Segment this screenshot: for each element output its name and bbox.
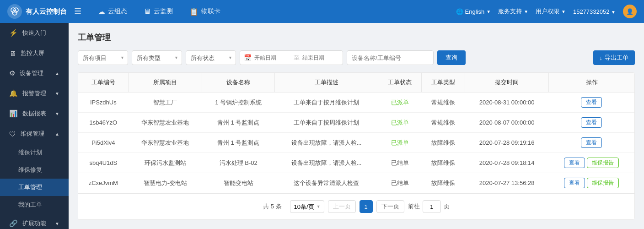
data-report-arrow: ▼: [55, 111, 59, 116]
sidebar-item-monitor-screen[interactable]: 🖥 监控大屏: [0, 43, 69, 63]
sidebar-sub-item-my-work-order[interactable]: 我的工单: [0, 196, 69, 213]
sidebar-sub-item-maintain-plan[interactable]: 维保计划: [0, 144, 69, 161]
project-select-wrap: 所有项目: [78, 50, 128, 65]
cell-status: 已派单: [378, 93, 422, 113]
sidebar-label-device-manage: 设备管理: [20, 69, 43, 77]
sidebar-item-alert-manage[interactable]: 🔔 报警管理 ▼: [0, 83, 69, 104]
svg-point-2: [12, 11, 17, 15]
view-button[interactable]: 查看: [564, 158, 585, 168]
avatar[interactable]: 👤: [623, 5, 637, 18]
sidebar-sub-item-work-order[interactable]: 工单管理: [0, 179, 69, 196]
phone-number[interactable]: 15277332052 ▼: [573, 8, 616, 15]
export-icon: ↓: [600, 55, 603, 61]
goto-prefix: 前往: [408, 202, 420, 211]
user-perm-label: 用户权限: [536, 7, 559, 16]
alert-manage-icon: 🔔: [9, 89, 18, 98]
service-label: 服务支持: [498, 7, 522, 16]
type-select[interactable]: 所有类型: [132, 50, 182, 65]
my-work-order-label: 我的工单: [18, 201, 42, 208]
th-status: 工单状态: [378, 73, 422, 93]
cell-type: 故障维保: [422, 153, 465, 173]
sidebar-item-quick-entry[interactable]: ⚡ 快速入门: [0, 23, 69, 43]
date-separator: 至: [294, 54, 300, 62]
sidebar-item-extension[interactable]: 🔗 扩展功能 ▼: [0, 213, 69, 229]
th-ops: 操作: [549, 73, 634, 93]
cell-project: 智慧电力-变电站: [129, 173, 202, 193]
nav-item-iot-card[interactable]: 📋 物联卡: [182, 5, 228, 19]
menu-toggle-button[interactable]: ☰: [74, 6, 81, 16]
sidebar-label-maintain-manage: 维保管理: [21, 130, 44, 138]
sidebar-item-data-report[interactable]: 📊 数据报表 ▼: [0, 104, 69, 124]
alert-manage-arrow: ▼: [55, 91, 59, 96]
report-button[interactable]: 维保报告: [587, 158, 619, 168]
nav-label-cloud-org: 云组态: [108, 7, 127, 16]
table-row: IPSzdhUs 智慧工厂 1 号锅炉控制系统 工单来自于按月维保计划 已派单 …: [78, 93, 634, 113]
view-button[interactable]: 查看: [564, 178, 585, 188]
nav-right: 🌐 English ▼ 服务支持 ▼ 用户权限 ▼ 15277332052 ▼ …: [456, 5, 637, 18]
device-manage-arrow: ▲: [55, 71, 59, 76]
prev-page-button[interactable]: 上一页: [328, 200, 356, 213]
cell-type: 常规维保: [422, 93, 465, 113]
cell-device: 污水处理 B-02: [202, 153, 275, 173]
table-row: sbq4U1dS 环保污水监测站 污水处理 B-02 设备出现故障，请派人检..…: [78, 153, 634, 173]
page-1-button[interactable]: 1: [360, 200, 373, 213]
cell-ops: 查看: [549, 113, 634, 133]
language-selector[interactable]: 🌐 English ▼: [456, 8, 491, 15]
cell-project: 华东智慧农业基地: [129, 113, 202, 133]
goto-suffix: 页: [444, 202, 450, 211]
extension-arrow: ▼: [55, 221, 59, 226]
cell-ops: 查看维保报告: [549, 173, 634, 193]
query-button[interactable]: 查询: [437, 50, 466, 65]
status-select[interactable]: 所有状态: [186, 50, 236, 65]
status-select-wrap: 所有状态: [186, 50, 236, 65]
sidebar-item-maintain-manage[interactable]: 🛡 维保管理 ▲: [0, 124, 69, 144]
user-permission-button[interactable]: 用户权限 ▼: [536, 7, 566, 16]
cloud-monitor-icon: 🖥: [144, 7, 151, 16]
service-support-button[interactable]: 服务支持 ▼: [498, 7, 528, 16]
view-button[interactable]: 查看: [581, 137, 602, 148]
nav-item-cloud-monitor[interactable]: 🖥 云监测: [136, 5, 180, 18]
page-size-select[interactable]: 10条/页 20条/页 50条/页: [290, 200, 324, 213]
main-content: 工单管理 所有项目 所有类型 所有状态 📅 至: [69, 23, 644, 229]
sidebar-sub-item-maintain-repair[interactable]: 维保修复: [0, 161, 69, 179]
phone-label: 15277332052: [573, 8, 610, 15]
date-range: 📅 至: [240, 50, 343, 65]
view-button[interactable]: 查看: [581, 97, 602, 108]
cell-time: 2020-07-28 09:19:16: [465, 133, 549, 153]
th-order-no: 工单编号: [78, 73, 129, 93]
table-row: zCxeJvmM 智慧电力-变电站 智能变电站 这个设备异常清派人检查 已结单 …: [78, 173, 634, 193]
quick-entry-icon: ⚡: [9, 29, 18, 37]
view-button[interactable]: 查看: [581, 117, 602, 128]
goto-input[interactable]: [423, 200, 441, 213]
search-input[interactable]: [347, 50, 434, 65]
project-select[interactable]: 所有项目: [78, 50, 128, 65]
cloud-org-icon: ☁: [98, 7, 105, 16]
maintain-repair-label: 维保修复: [18, 166, 42, 173]
page-title: 工单管理: [78, 32, 635, 43]
cell-status: 已派单: [378, 113, 422, 133]
maintain-manage-icon: 🛡: [9, 130, 16, 138]
sidebar-item-device-manage[interactable]: ⚙ 设备管理 ▲: [0, 63, 69, 83]
nav-label-iot-card: 物联卡: [201, 7, 220, 16]
cell-device: 智能变电站: [202, 173, 275, 193]
export-button[interactable]: ↓ 导出工单: [593, 50, 635, 65]
cell-type: 常规维保: [422, 113, 465, 133]
maintain-plan-label: 维保计划: [18, 149, 42, 156]
th-project: 所属项目: [129, 73, 202, 93]
top-navigation: 有人云控制台 ☰ ☁ 云组态 🖥 云监测 📋 物联卡 🌐 English ▼ 服…: [0, 0, 644, 23]
th-type: 工单类型: [422, 73, 465, 93]
cell-status: 已结单: [378, 153, 422, 173]
report-button[interactable]: 维保报告: [587, 178, 619, 188]
table-row: 1sb46YzO 华东智慧农业基地 青州 1 号监测点 工单来自于按周维保计划 …: [78, 113, 634, 133]
date-end-input[interactable]: [302, 55, 339, 61]
data-report-icon: 📊: [9, 109, 18, 118]
cell-ops: 查看: [549, 93, 634, 113]
date-start-input[interactable]: [254, 55, 291, 61]
nav-item-cloud-org[interactable]: ☁ 云组态: [91, 5, 134, 19]
calendar-icon: 📅: [244, 54, 252, 61]
next-page-button[interactable]: 下一页: [376, 200, 404, 213]
cell-project: 环保污水监测站: [129, 153, 202, 173]
sidebar-label-extension: 扩展功能: [22, 219, 46, 228]
svg-point-1: [14, 8, 18, 12]
table-header-row: 工单编号 所属项目 设备名称 工单描述 工单状态 工单类型 提交时间 操作: [78, 73, 634, 93]
